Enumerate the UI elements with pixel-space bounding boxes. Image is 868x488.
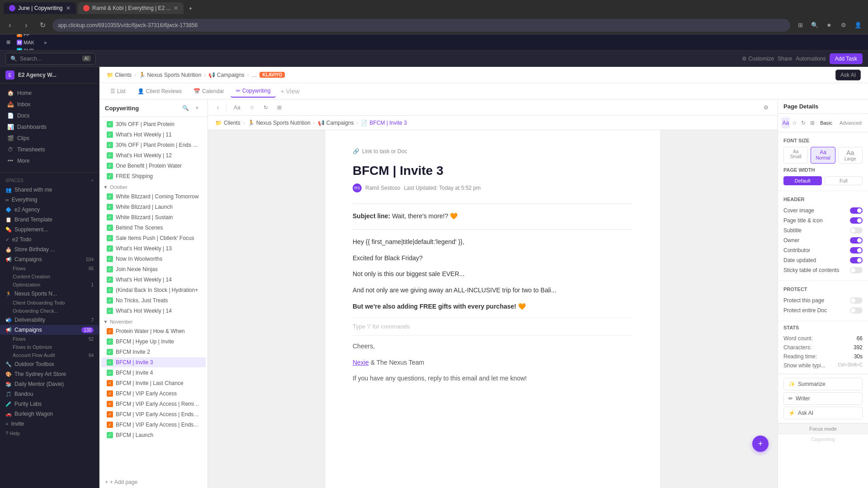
doc-item-12[interactable]: ✓What's Hot Weekly | 13 — [101, 244, 206, 253]
doc-item-27[interactable]: ✓BFCM | VIP Early Access | Reminder — [101, 399, 206, 409]
doc-settings-btn[interactable]: ⚙ — [760, 103, 772, 113]
sidebar-item-e2todo[interactable]: ✓ e2 Todo — [0, 235, 99, 244]
toggle-subtitle-btn[interactable] — [850, 227, 863, 234]
sidebar-sub-accountflow[interactable]: Account Flow Audit 64 — [0, 351, 99, 359]
toolbar-item-14[interactable]: MMAK — [14, 38, 40, 47]
doc-item-1[interactable]: ✓What's Hot Weekly | 11 — [101, 130, 206, 140]
sidebar-sub-optimization[interactable]: Optimization 1 — [0, 281, 99, 289]
browser-tab-active[interactable]: June | Copywriting ✕ — [4, 2, 76, 14]
doc-item-20[interactable]: ✓Protein Water | How & When — [101, 326, 206, 336]
sidebar-item-e2agency[interactable]: 🔷 e2 Agency — [0, 205, 99, 215]
doc-item-21[interactable]: ✓BFCM | Hype Up | Invite — [101, 337, 206, 347]
doc-item-23[interactable]: ✓BFCM | Invite 3 — [101, 357, 206, 367]
tab-close-btn-2[interactable]: ✕ — [174, 5, 178, 11]
ext-icon-1[interactable]: ⊞ — [794, 19, 807, 32]
automations-button[interactable]: Automations — [796, 56, 826, 62]
sidebar-item-timesheets[interactable]: ⏱ Timesheets — [2, 144, 97, 155]
doc-item-14[interactable]: ✓Join Nexie Ninjas — [101, 264, 206, 274]
sidebar-item-nexus[interactable]: 🏃 Nexus Sports N... — [0, 289, 99, 299]
doc-item-22[interactable]: ✓BFCM Invite 2 — [101, 347, 206, 357]
breadcrumb-clients[interactable]: 📁 Clients — [107, 72, 132, 78]
doc-star-btn[interactable]: ☆ — [246, 103, 258, 113]
share-button[interactable]: Share — [778, 56, 792, 62]
tab-calendar[interactable]: 📅 Calendar — [188, 85, 230, 97]
sidebar-item-everything[interactable]: ∞ Everything — [0, 195, 99, 205]
summarize-btn[interactable]: ✨ Summarize — [783, 378, 863, 390]
toolbar-item-15[interactable]: SSHP — [14, 47, 40, 51]
sidebar-item-deliverability[interactable]: 📬 Deliverability 7 — [0, 315, 99, 325]
doc-refresh-btn[interactable]: ↻ — [260, 103, 272, 113]
doc-font-btn[interactable]: Aa — [230, 103, 244, 113]
pg-breadcrumb-campaigns[interactable]: 📢 Campaigns — [318, 120, 354, 126]
sidebar-item-outdoor[interactable]: 🔧 Outdoor Toolbox — [0, 359, 99, 369]
pg-breadcrumb-nexus[interactable]: 🏃 Nexus Sports Nutrition — [248, 120, 311, 126]
ask-ai-button[interactable]: Ask AI — [835, 70, 861, 80]
sidebar-sub-clientonboarding[interactable]: Client Onboarding Todo — [0, 299, 99, 307]
doc-item-26[interactable]: ✓BFCM | VIP Early Access — [101, 389, 206, 399]
toggle-protect-page-btn[interactable] — [850, 297, 863, 304]
doc-item-29[interactable]: ✓BFCM | VIP Early Access | Ends In 4 Hou… — [101, 420, 206, 430]
toggle-contributor-btn[interactable] — [850, 247, 863, 253]
breadcrumb-nexus[interactable]: 🏃 Nexus Sports Nutrition — [139, 72, 201, 78]
rp-tab-star[interactable]: ☆ — [791, 117, 799, 128]
ext-icon-2[interactable]: 🔍 — [808, 19, 821, 32]
doc-item-5[interactable]: ✓FREE Shipping — [101, 171, 206, 181]
sidebar-item-campaigns1[interactable]: 📢 Campaigns 034 — [0, 254, 99, 264]
doc-item-25[interactable]: ✓BFCM | Invite | Last Chance — [101, 378, 206, 388]
tab-copywriting[interactable]: ✏ Copywriting — [231, 85, 276, 98]
search-box[interactable]: 🔍 Search... AI — [5, 53, 96, 65]
toggle-protect-doc-btn[interactable] — [850, 307, 863, 314]
breadcrumb-campaigns[interactable]: 📢 Campaigns — [208, 72, 244, 78]
more-bookmarks[interactable]: » — [41, 38, 49, 47]
doc-share-btn[interactable]: ⊞ — [274, 103, 285, 113]
url-input[interactable]: app.clickup.com/6910355/v/dc/6jwck-37316… — [52, 19, 790, 32]
toggle-page-title-btn[interactable] — [850, 217, 863, 224]
doc-item-8[interactable]: ✓White Blizzard | Launch — [101, 202, 206, 212]
help-item[interactable]: ? Help — [0, 429, 99, 438]
add-task-button[interactable]: Add Task — [830, 53, 863, 64]
rp-basic-tab[interactable]: Basic — [817, 117, 835, 128]
toggle-sticky-toc-btn[interactable] — [850, 267, 863, 273]
toolbar-item-13[interactable]: FFF — [14, 34, 40, 38]
doc-item-15[interactable]: ✓What's Hot Weekly | 14 — [101, 275, 206, 285]
doc-item-24[interactable]: ✓BFCM | Invite 4 — [101, 368, 206, 378]
doc-item-2[interactable]: ✓30% OFF | Plant Protein | Ends Tonight — [101, 140, 206, 150]
font-size-large[interactable]: Aa Large — [838, 147, 863, 164]
doc-item-16[interactable]: ✓(Kindal Back In Stock | Hydration+ — [101, 285, 206, 295]
rp-advanced-tab[interactable]: Advanced — [837, 117, 864, 128]
rp-tab-refresh[interactable]: ↻ — [800, 117, 808, 128]
toggle-owner-btn[interactable] — [850, 237, 863, 244]
back-button[interactable]: ‹ — [4, 19, 16, 32]
doc-item-11[interactable]: ✓Sale Items Push | Cbtlerk' Focus — [101, 233, 206, 243]
doc-item-17[interactable]: ✓No Tricks, Just Treats — [101, 296, 206, 305]
page-width-full[interactable]: Full — [825, 176, 863, 185]
sidebar-item-burleigh[interactable]: 🚗 Burleigh Wagon — [0, 409, 99, 419]
doc-item-4[interactable]: ✓One Benefit | Protein Water — [101, 161, 206, 171]
tab-client-reviews[interactable]: 👤 Client Reviews — [132, 85, 187, 97]
doc-item-28[interactable]: ✓BFCM | VIP Early Access | Ends In 4 Hou… — [101, 409, 206, 419]
tab-close-btn[interactable]: ✕ — [66, 5, 71, 11]
sidebar-sub-onboardingcheck[interactable]: Onboarding Check... — [0, 307, 99, 315]
sidebar-item-campaigns2[interactable]: 📢 Campaigns 130 — [0, 325, 99, 335]
pg-breadcrumb-invite3[interactable]: 📄 BFCM | Invite 3 — [361, 120, 406, 126]
sidebar-item-shared[interactable]: 👥 Shared with me — [0, 185, 99, 195]
sidebar-sub-flowsoptimize[interactable]: Flows to Optimize — [0, 343, 99, 351]
add-space-btn[interactable]: + — [91, 178, 94, 183]
reload-button[interactable]: ↻ — [36, 19, 49, 32]
sidebar-item-invite[interactable]: + Invite — [0, 419, 99, 429]
toggle-date-updated-btn[interactable] — [850, 257, 863, 263]
sidebar-item-dailymentor[interactable]: 📚 Daily Mentor (Davie) — [0, 379, 99, 389]
sidebar-item-brand[interactable]: 📋 Brand Template — [0, 215, 99, 225]
doc-back-btn[interactable]: ‹ — [213, 103, 222, 113]
sidebar-item-inbox[interactable]: 📥 Inbox — [2, 99, 97, 110]
sidebar-sub-contentcreation[interactable]: Content Creation — [0, 272, 99, 281]
sidebar-sub-flows1[interactable]: Flows 65 — [0, 264, 99, 272]
add-view-button[interactable]: + View — [277, 85, 303, 98]
tab-list[interactable]: ☰ List — [105, 85, 131, 97]
ask-ai-rp-btn[interactable]: ⚡ Ask AI — [783, 407, 863, 419]
doc-placeholder[interactable]: Type '/' for commands — [353, 318, 633, 336]
sidebar-item-sydneyart[interactable]: 🎨 The Sydney Art Store — [0, 369, 99, 379]
pg-breadcrumb-clients[interactable]: 📁 Clients — [215, 120, 241, 126]
doc-item-0[interactable]: ✓30% OFF | Plant Protein — [101, 119, 206, 129]
sidebar-item-bandou[interactable]: 🎵 Bandou — [0, 389, 99, 399]
